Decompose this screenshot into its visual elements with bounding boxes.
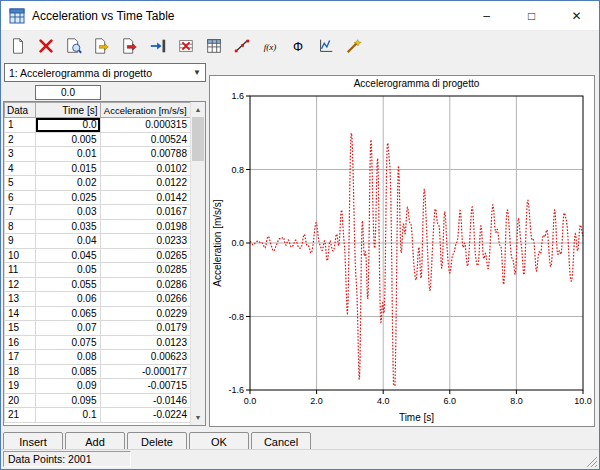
data-cell[interactable]: 0.0167 [100, 205, 191, 220]
function-button[interactable]: f(x) [256, 33, 283, 59]
row-number-cell[interactable]: 17 [5, 350, 36, 365]
header-time[interactable]: Time [s] [36, 103, 100, 118]
row-number-cell[interactable]: 1 [5, 118, 36, 133]
resize-grip-icon[interactable] [585, 455, 598, 468]
delete-icon [37, 37, 55, 55]
data-cell[interactable]: 0.07 [36, 321, 100, 336]
data-cell[interactable]: 0.0102 [100, 161, 191, 176]
data-cell[interactable]: -0.0224 [100, 408, 191, 423]
row-number-cell[interactable]: 18 [5, 364, 36, 379]
data-cell[interactable]: 0.08 [36, 350, 100, 365]
data-cell[interactable]: 0.025 [36, 190, 100, 205]
row-number-cell[interactable]: 12 [5, 277, 36, 292]
data-cell[interactable]: 0.0286 [100, 277, 191, 292]
row-number-cell[interactable]: 14 [5, 306, 36, 321]
row-number-cell[interactable]: 2 [5, 132, 36, 147]
tools-button[interactable] [340, 33, 367, 59]
data-cell[interactable]: 0.0123 [100, 335, 191, 350]
title-bar[interactable]: Acceleration vs Time Table – □ ✕ [1, 1, 599, 31]
svg-text:Φ: Φ [292, 40, 302, 54]
data-cell[interactable]: 0.01 [36, 147, 100, 162]
row-number-cell[interactable]: 19 [5, 379, 36, 394]
data-cell[interactable]: 0.005 [36, 132, 100, 147]
row-number-cell[interactable]: 20 [5, 393, 36, 408]
data-cell[interactable]: 0.0266 [100, 292, 191, 307]
data-cell[interactable]: 0.0 [36, 118, 100, 133]
scroll-up-icon[interactable]: ▲ [191, 102, 205, 117]
print-preview-button[interactable] [60, 33, 87, 59]
scroll-down-icon[interactable]: ▼ [191, 410, 205, 425]
interpolate-button[interactable] [228, 33, 255, 59]
data-cell[interactable]: 0.00623 [100, 350, 191, 365]
row-number-cell[interactable]: 9 [5, 234, 36, 249]
data-cell[interactable]: 0.0198 [100, 219, 191, 234]
plot-button[interactable] [312, 33, 339, 59]
data-cell[interactable]: 0.1 [36, 408, 100, 423]
data-cell[interactable]: 0.055 [36, 277, 100, 292]
minimize-button[interactable]: – [464, 1, 509, 30]
data-cell[interactable]: 0.09 [36, 379, 100, 394]
table-row: 80.0350.0198 [5, 219, 191, 234]
row-number-cell[interactable]: 13 [5, 292, 36, 307]
header-data[interactable]: Data [5, 103, 36, 118]
data-cell[interactable]: 0.04 [36, 234, 100, 249]
data-cell[interactable]: 0.0142 [100, 190, 191, 205]
maximize-button[interactable]: □ [509, 1, 554, 30]
data-cell[interactable]: 0.085 [36, 364, 100, 379]
data-cell[interactable]: -0.000177 [100, 364, 191, 379]
data-cell[interactable]: 0.065 [36, 306, 100, 321]
data-cell[interactable]: 0.05 [36, 263, 100, 278]
row-number-cell[interactable]: 16 [5, 335, 36, 350]
data-cell[interactable]: 0.0229 [100, 306, 191, 321]
chevron-down-icon: ▼ [189, 68, 205, 77]
row-number-cell[interactable]: 3 [5, 147, 36, 162]
data-cell[interactable]: 0.000315 [100, 118, 191, 133]
close-button[interactable]: ✕ [554, 1, 599, 30]
x-axis-label: Time [s] [399, 412, 434, 423]
row-number-cell[interactable]: 11 [5, 263, 36, 278]
data-cell[interactable]: 0.03 [36, 205, 100, 220]
scrollbar-thumb[interactable] [192, 117, 204, 161]
table-row: 30.010.00788 [5, 147, 191, 162]
row-number-cell[interactable]: 6 [5, 190, 36, 205]
data-cell[interactable]: 0.015 [36, 161, 100, 176]
data-cell[interactable]: 0.075 [36, 335, 100, 350]
row-number-cell[interactable]: 15 [5, 321, 36, 336]
data-cell[interactable]: 0.0122 [100, 176, 191, 191]
row-number-cell[interactable]: 5 [5, 176, 36, 191]
chart-title: Accelerogramma di progetto [354, 78, 480, 89]
row-number-cell[interactable]: 4 [5, 161, 36, 176]
insert-row-button[interactable] [144, 33, 171, 59]
import-button[interactable] [88, 33, 115, 59]
cell-editor-input[interactable] [35, 85, 101, 100]
data-cell[interactable]: 0.095 [36, 393, 100, 408]
table-options-button[interactable] [200, 33, 227, 59]
status-bar: Data Points: 2001 [1, 449, 599, 469]
data-cell[interactable]: 0.06 [36, 292, 100, 307]
print-preview-icon [65, 37, 83, 55]
data-cell[interactable]: 0.00788 [100, 147, 191, 162]
data-cell[interactable]: 0.00524 [100, 132, 191, 147]
table-scrollbar[interactable]: ▲ ▼ [190, 102, 205, 425]
data-cell[interactable]: 0.0233 [100, 234, 191, 249]
data-cell[interactable]: 0.0265 [100, 248, 191, 263]
delete-button[interactable] [32, 33, 59, 59]
data-cell[interactable]: -0.00715 [100, 379, 191, 394]
header-acceleration[interactable]: Acceleration [m/s/s] [100, 103, 191, 118]
export-button[interactable] [116, 33, 143, 59]
data-cell[interactable]: 0.02 [36, 176, 100, 191]
row-number-cell[interactable]: 8 [5, 219, 36, 234]
dataset-selector[interactable]: 1: Accelerogramma di progetto ▼ [4, 63, 206, 82]
y-tick-label: 0.0 [231, 238, 244, 248]
data-cell[interactable]: -0.0146 [100, 393, 191, 408]
row-number-cell[interactable]: 21 [5, 408, 36, 423]
data-cell[interactable]: 0.0179 [100, 321, 191, 336]
data-cell[interactable]: 0.035 [36, 219, 100, 234]
statistics-button[interactable]: Φ [284, 33, 311, 59]
new-table-button[interactable] [4, 33, 31, 59]
row-number-cell[interactable]: 10 [5, 248, 36, 263]
delete-rows-button[interactable] [172, 33, 199, 59]
data-cell[interactable]: 0.045 [36, 248, 100, 263]
row-number-cell[interactable]: 7 [5, 205, 36, 220]
data-cell[interactable]: 0.0285 [100, 263, 191, 278]
